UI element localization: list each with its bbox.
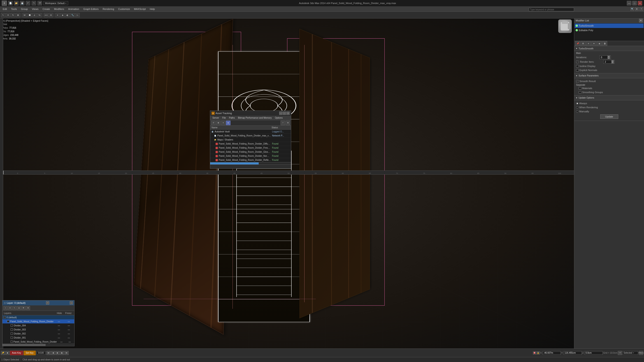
show-subtree[interactable]: ▾ bbox=[592, 41, 596, 46]
viewport[interactable] bbox=[0, 18, 574, 349]
iterations-arrows[interactable]: ▲ ▼ bbox=[608, 55, 610, 59]
search-input[interactable] bbox=[529, 8, 574, 11]
modifier-bulb-editable-poly[interactable] bbox=[576, 29, 578, 31]
smooth-result-checkbox[interactable]: ✓ bbox=[576, 80, 578, 82]
asset-row-vault[interactable]: 🏦 Autodesk Vault Logged O... bbox=[210, 130, 291, 134]
menu-customize[interactable]: Customize bbox=[116, 7, 132, 11]
goto-end-btn[interactable]: ⏭ bbox=[64, 351, 68, 355]
menu-maxscript[interactable]: MAXScript bbox=[132, 7, 148, 11]
asset-row-fresnel[interactable]: Panel_Solid_Wood_Folding_Room_Divider_Fr… bbox=[210, 146, 291, 150]
layer-select-all-btn[interactable]: ⊡ bbox=[17, 306, 21, 310]
layer-item-panel[interactable]: Panel_Solid_Wood_Folding_Room_Divider — … bbox=[2, 319, 74, 324]
mirror-tool[interactable]: ⟺ bbox=[44, 13, 48, 17]
menu-edit[interactable]: Edit bbox=[1, 7, 9, 11]
render-iters-spinner[interactable]: 2 ▲ ▼ bbox=[603, 60, 615, 64]
selected-dropdown[interactable]: Selected ▼ bbox=[622, 351, 638, 355]
layer-checkbox-div003[interactable] bbox=[10, 328, 13, 331]
asset-row-max-file[interactable]: 📄 Panel_Solid_Wood_Folding_Room_Divider_… bbox=[210, 134, 291, 138]
save-file-btn[interactable]: 💾 bbox=[20, 1, 24, 5]
turbosmooth-header[interactable]: ▼ TurboSmooth bbox=[574, 46, 644, 51]
align-tool[interactable]: ⊟ bbox=[49, 13, 53, 17]
menu-create[interactable]: Create bbox=[41, 7, 52, 11]
render-frame[interactable]: ▷ bbox=[75, 13, 80, 17]
layer-delete-btn[interactable]: ✕ bbox=[8, 306, 12, 310]
z-coord-field[interactable]: 0.0cm bbox=[585, 351, 603, 355]
nav-cube-face[interactable] bbox=[558, 19, 572, 33]
move-tool[interactable]: ✛ bbox=[6, 13, 10, 17]
new-file-btn[interactable]: 📄 bbox=[8, 1, 13, 5]
add-time-tag-btn[interactable]: +T bbox=[618, 351, 622, 355]
lock-icon[interactable]: 🔒 bbox=[536, 352, 540, 355]
render-setup[interactable]: 🔧 bbox=[70, 13, 75, 17]
schematic-view[interactable]: ◈ bbox=[60, 13, 65, 17]
asset-view-btn[interactable]: ≡ bbox=[221, 121, 226, 125]
iterations-up[interactable]: ▲ bbox=[608, 55, 610, 57]
remove-modifier-btn[interactable]: 🗑 bbox=[602, 41, 607, 46]
layer-manager-btn[interactable]: ≡ bbox=[55, 13, 60, 17]
key-filters-btn[interactable]: Filters bbox=[639, 351, 643, 355]
surface-params-header[interactable]: ▼ Surface Parameters bbox=[574, 73, 644, 78]
angle-snap[interactable]: ∠ bbox=[32, 13, 37, 17]
asset-close-btn[interactable]: ✕ bbox=[286, 112, 290, 115]
manually-radio[interactable] bbox=[576, 110, 578, 112]
menu-animation[interactable]: Animation bbox=[66, 7, 81, 11]
scale-tool[interactable]: ⊠ bbox=[16, 13, 20, 17]
close-btn[interactable]: ✕ bbox=[638, 1, 642, 5]
layer-new-btn[interactable]: + bbox=[4, 306, 8, 310]
frame-indicator[interactable]: 0 / 100 bbox=[36, 351, 46, 355]
when-rendering-radio[interactable] bbox=[576, 106, 578, 108]
layer-checkbox-div002[interactable] bbox=[10, 333, 13, 335]
asset-row-reflect[interactable]: Panel_Solid_Wood_Folding_Room_Divider_Re… bbox=[210, 158, 291, 162]
asset-row-normal[interactable]: Panel_Solid_Wood_Folding_Room_Divider_No… bbox=[210, 154, 291, 158]
asset-reload-btn[interactable]: ↺ bbox=[211, 121, 216, 125]
menu-rendering[interactable]: Rendering bbox=[101, 7, 116, 11]
coord-icon[interactable]: 🎯 bbox=[533, 352, 536, 355]
always-radio[interactable] bbox=[576, 102, 578, 104]
render-setup-btn[interactable]: 🎬 bbox=[38, 1, 42, 5]
render-iters-checkbox[interactable]: ✓ bbox=[576, 61, 578, 63]
open-file-btn[interactable]: 📂 bbox=[14, 1, 18, 5]
show-all-subtrees[interactable]: ≡ bbox=[586, 41, 591, 46]
menu-help[interactable]: Help bbox=[148, 7, 157, 11]
next-frame-btn[interactable]: ▶| bbox=[60, 351, 64, 355]
material-editor[interactable]: ◐ bbox=[65, 13, 70, 17]
time-slider[interactable]: 0 5 10 15 20 25 30 35 40 45 50 55 60 65 … bbox=[3, 171, 574, 175]
time-cursor[interactable] bbox=[3, 171, 4, 174]
snap-toggle[interactable]: 🔲 bbox=[27, 13, 32, 17]
redo-btn[interactable]: ↷ bbox=[32, 1, 36, 5]
layer-item-panel2[interactable]: Panel_Solid_Wood_Folding_Room_Divider — … bbox=[2, 340, 74, 344]
asset-menu-server[interactable]: Server bbox=[211, 116, 220, 119]
layer-item-div001[interactable]: Divider_001 — — bbox=[2, 336, 74, 340]
explicit-normals-checkbox[interactable] bbox=[576, 69, 578, 71]
layer-hide-btn[interactable]: 👁 bbox=[22, 306, 26, 310]
reference-coord[interactable]: W bbox=[22, 13, 27, 17]
smoothing-groups-checkbox[interactable] bbox=[579, 91, 581, 94]
menu-graph-editors[interactable]: Graph Editors bbox=[82, 7, 100, 11]
iterations-spinner[interactable]: 0 ▲ ▼ bbox=[600, 55, 611, 59]
prev-frame-btn[interactable]: ◀ bbox=[51, 351, 55, 355]
pin-stack-btn[interactable]: 📌 bbox=[575, 41, 580, 46]
workspace-selector[interactable]: Workspace: Default ▼ bbox=[43, 1, 68, 5]
layer-item-div003[interactable]: Divider_003 — — bbox=[2, 328, 74, 332]
set-key-btn[interactable]: ◆ bbox=[6, 351, 10, 355]
x-coord-field[interactable]: -46.607m bbox=[543, 351, 561, 355]
play-btn[interactable]: ▶ bbox=[56, 351, 60, 355]
key-mode-btn[interactable]: 🔑 bbox=[1, 351, 5, 355]
layer-item-div004[interactable]: Divider_004 — — bbox=[2, 324, 74, 328]
make-unique-btn[interactable]: ◈ bbox=[597, 41, 602, 46]
modifier-editable-poly[interactable]: Editable Poly bbox=[575, 28, 644, 32]
minimize-btn[interactable]: — bbox=[627, 1, 631, 5]
config-modifier-sets[interactable]: ⚙ bbox=[580, 41, 586, 46]
asset-minimize-btn[interactable]: — bbox=[279, 112, 282, 115]
layer-item-0[interactable]: ✓ 0 (default) bbox=[2, 315, 74, 319]
asset-menu-paths[interactable]: Paths bbox=[228, 116, 236, 119]
layer-checkbox-panel[interactable] bbox=[7, 320, 9, 323]
rotate-tool[interactable]: ↻ bbox=[11, 13, 15, 17]
render-iters-up[interactable]: ▲ bbox=[611, 60, 614, 62]
asset-menu-file[interactable]: File bbox=[221, 116, 227, 119]
nav-cube[interactable] bbox=[558, 19, 572, 33]
auto-key-btn[interactable]: Auto Key bbox=[10, 351, 23, 355]
layer-select-btn[interactable]: ↖ bbox=[12, 306, 16, 310]
select-tool[interactable]: ↖ bbox=[1, 13, 6, 17]
menu-tools[interactable]: Tools bbox=[9, 7, 19, 11]
